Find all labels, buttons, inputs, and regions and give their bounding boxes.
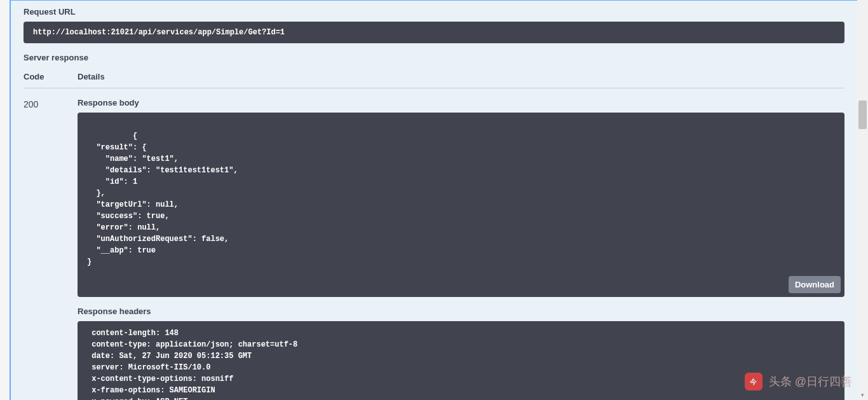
scrollbar-thumb[interactable] [858,100,867,129]
download-button[interactable]: Download [789,276,841,293]
response-details: Response body { "result": { "name": "tes… [78,98,844,400]
response-body-block: { "result": { "name": "test1", "details"… [78,113,844,297]
swagger-response-panel: Request URL http://localhost:21021/api/s… [10,0,858,400]
response-row: 200 Response body { "result": { "name": … [24,98,844,400]
request-url-label: Request URL [24,7,844,17]
response-body-text[interactable]: { "result": { "name": "test1", "details"… [87,132,238,266]
code-column-header: Code [24,72,78,81]
scrollbar-down-icon[interactable]: ▾ [857,389,868,400]
details-column-header: Details [78,72,844,81]
scrollbar[interactable]: ▾ [857,0,868,400]
response-table-header: Code Details [24,72,844,88]
response-headers-value[interactable]: content-length: 148 content-type: applic… [78,321,844,400]
request-url-value[interactable]: http://localhost:21021/api/services/app/… [24,22,844,43]
status-code: 200 [24,98,78,400]
watermark-logo-icon: 今 [745,373,763,390]
response-table: Code Details 200 Response body { "result… [24,72,844,400]
server-response-label: Server response [24,53,844,62]
response-headers-label: Response headers [78,307,844,316]
watermark: 今 头条 @日行四善 [745,373,852,390]
watermark-text: 头条 @日行四善 [769,374,852,389]
response-body-label: Response body [78,98,844,107]
